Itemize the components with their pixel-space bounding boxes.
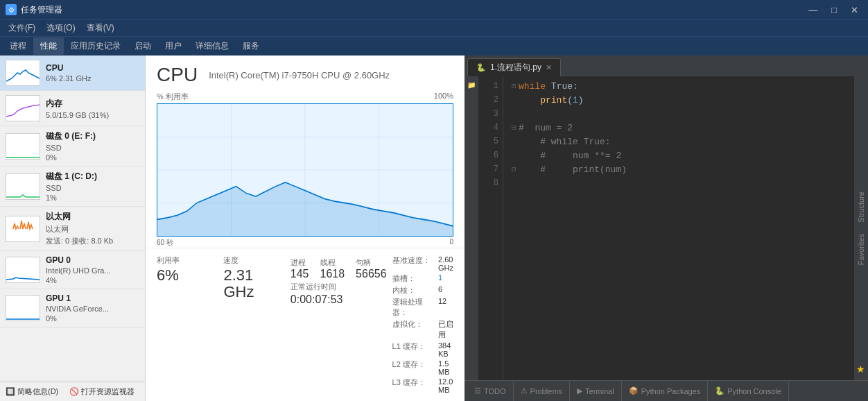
favorites-star-icon[interactable]: ★ <box>856 364 865 375</box>
cores-label: 内核： <box>392 285 433 296</box>
open-monitor-label: 打开资源监视器 <box>81 386 134 397</box>
l1-value: 384 KB <box>438 341 453 358</box>
terminal-icon: ▶ <box>577 386 582 395</box>
cpu-graph-area: % 利用率 100% 60 秒 0 <box>146 92 465 248</box>
fold-4[interactable]: ⊟ <box>509 121 519 135</box>
eth-thumb <box>6 216 40 242</box>
code-line-2: print ( 1 ) <box>509 93 849 107</box>
sidebar-item-disk0[interactable]: 磁盘 0 (E: F:) SSD 0% <box>0 126 145 167</box>
proc-label: 逻辑处理器： <box>392 297 433 318</box>
eth-label: 以太网 <box>46 211 139 223</box>
summary-button[interactable]: 🔲 简略信息(D) <box>6 386 58 397</box>
problems-label: Problems <box>530 387 562 395</box>
python-console-tab[interactable]: 🐍 Python Console <box>708 382 789 401</box>
svg-rect-4 <box>6 296 40 321</box>
sidebar-scroll[interactable]: CPU 6% 2.31 GHz 内存 5.0/15.9 GB (31%) <box>0 56 145 382</box>
minimize-button[interactable]: — <box>804 3 822 17</box>
tab-app-history[interactable]: 应用历史记录 <box>64 37 128 55</box>
sidebar-item-gpu0[interactable]: GPU 0 Intel(R) UHD Gra... 4% <box>0 251 145 289</box>
gpu0-detail1: Intel(R) UHD Gra... <box>46 266 139 275</box>
menu-file[interactable]: 文件(F) <box>3 21 41 35</box>
tab-close-button[interactable]: ✕ <box>546 63 552 72</box>
line-num-6: 6 <box>478 148 503 162</box>
tab-services[interactable]: 服务 <box>236 37 266 55</box>
menu-bar: 文件(F) 选项(O) 查看(V) <box>0 19 868 36</box>
pycharm-editor: 📁 1 2 3 4 5 6 7 8 ⊟ while True <box>465 76 868 380</box>
favorites-sidebar-label[interactable]: Favorites <box>857 228 865 271</box>
uptime-value: 0:00:07:53 <box>290 293 387 306</box>
fold-8 <box>509 176 519 190</box>
fold-7[interactable]: ⊟ <box>509 162 519 176</box>
cpu-graph-labels: 60 秒 0 <box>157 238 453 248</box>
gpu1-detail1: NVIDIA GeForce... <box>46 305 139 313</box>
sidebar-item-eth[interactable]: 以太网 以太网 发送: 0 接收: 8.0 Kb <box>0 207 145 251</box>
fold-1[interactable]: ⊟ <box>509 79 519 93</box>
graph-label: % 利用率 <box>157 92 189 102</box>
line-num-8: 8 <box>478 176 503 190</box>
gpu1-info: GPU 1 NVIDIA GeForce... 0% <box>46 293 139 323</box>
tm-footer: 🔲 简略信息(D) 🚫 打开资源监视器 <box>0 382 145 401</box>
problems-tab[interactable]: ⚠ Problems <box>514 382 570 401</box>
window-controls: — □ ✕ <box>804 3 862 17</box>
line-num-5: 5 <box>478 135 503 148</box>
fold-6 <box>509 148 519 162</box>
l1-label: L1 缓存： <box>392 341 433 358</box>
tm-sidebar: CPU 6% 2.31 GHz 内存 5.0/15.9 GB (31%) <box>0 56 146 401</box>
slots-label: 插槽： <box>392 273 433 284</box>
code-line-6: # num **= 2 <box>509 148 849 162</box>
sidebar-item-gpu1[interactable]: GPU 1 NVIDIA GeForce... 0% <box>0 289 145 327</box>
cores-value: 6 <box>438 285 453 296</box>
structure-sidebar-label[interactable]: Structure <box>857 186 865 228</box>
comment-7: # print(num) <box>519 164 627 175</box>
packages-icon: 📦 <box>629 386 639 395</box>
python-console-label: Python Console <box>727 387 781 395</box>
todo-tab[interactable]: ☰ TODO <box>467 382 514 401</box>
todo-icon: ☰ <box>474 386 481 395</box>
tab-process[interactable]: 进程 <box>3 37 33 55</box>
gpu0-label: GPU 0 <box>46 255 139 265</box>
tab-users[interactable]: 用户 <box>158 37 189 55</box>
handle-value: 56656 <box>356 268 387 280</box>
sidebar-item-cpu[interactable]: CPU 6% 2.31 GHz <box>0 56 145 91</box>
virt-label: 虚拟化： <box>392 319 433 340</box>
sidebar-item-disk1[interactable]: 磁盘 1 (C: D:) SSD 1% <box>0 167 145 207</box>
pycharm-tab-bar: 🐍 1.流程语句.py ✕ <box>465 56 868 76</box>
gpu0-thumb <box>6 257 40 283</box>
code-area[interactable]: ⊟ while True : print ( 1 ) <box>503 76 854 380</box>
summary-label: 简略信息(D) <box>17 386 58 397</box>
mem-info: 内存 5.0/15.9 GB (31%) <box>46 98 139 119</box>
main-content: CPU 6% 2.31 GHz 内存 5.0/15.9 GB (31%) <box>0 56 868 401</box>
cpu-header: CPU Intel(R) Core(TM) i7-9750H CPU @ 2.6… <box>146 56 465 92</box>
num-1: 1 <box>573 95 578 105</box>
close-button[interactable]: ✕ <box>847 3 862 17</box>
terminal-tab[interactable]: ▶ Terminal <box>570 382 622 401</box>
project-sidebar-icon[interactable]: 📁 <box>466 79 477 90</box>
code-line-3 <box>509 107 849 121</box>
tab-startup[interactable]: 启动 <box>128 37 158 55</box>
tab-performance[interactable]: 性能 <box>33 37 64 55</box>
virt-value: 已启用 <box>438 319 453 340</box>
disk0-detail1: SSD <box>46 144 139 152</box>
builtin-true: True <box>551 81 573 92</box>
disk1-detail2: 1% <box>46 194 139 202</box>
fold-5 <box>509 135 519 148</box>
graph-end-label: 0 <box>449 238 453 248</box>
line-num-7: 7 <box>478 162 503 176</box>
open-monitor-button[interactable]: 🚫 打开资源监视器 <box>69 386 134 397</box>
pycharm-file-tab[interactable]: 🐍 1.流程语句.py ✕ <box>467 58 561 76</box>
cpu-graph-header: % 利用率 100% <box>157 92 453 102</box>
maximize-button[interactable]: □ <box>827 3 841 17</box>
cpu-thumb <box>6 60 40 86</box>
fold-2 <box>509 93 519 107</box>
tab-details[interactable]: 详细信息 <box>189 37 236 55</box>
svg-rect-0 <box>6 134 40 159</box>
gpu1-thumb <box>6 295 40 321</box>
menu-view[interactable]: 查看(V) <box>81 21 120 35</box>
sidebar-item-memory[interactable]: 内存 5.0/15.9 GB (31%) <box>0 91 145 126</box>
eth-detail1: 以太网 <box>46 224 139 234</box>
pycharm-panel: 🐍 1.流程语句.py ✕ 📁 1 2 3 4 5 6 7 8 <box>465 56 868 401</box>
menu-options[interactable]: 选项(O) <box>41 21 80 35</box>
python-packages-tab[interactable]: 📦 Python Packages <box>622 382 709 401</box>
eth-detail2: 发送: 0 接收: 8.0 Kb <box>46 236 139 246</box>
comment-6: # num **= 2 <box>519 151 621 161</box>
